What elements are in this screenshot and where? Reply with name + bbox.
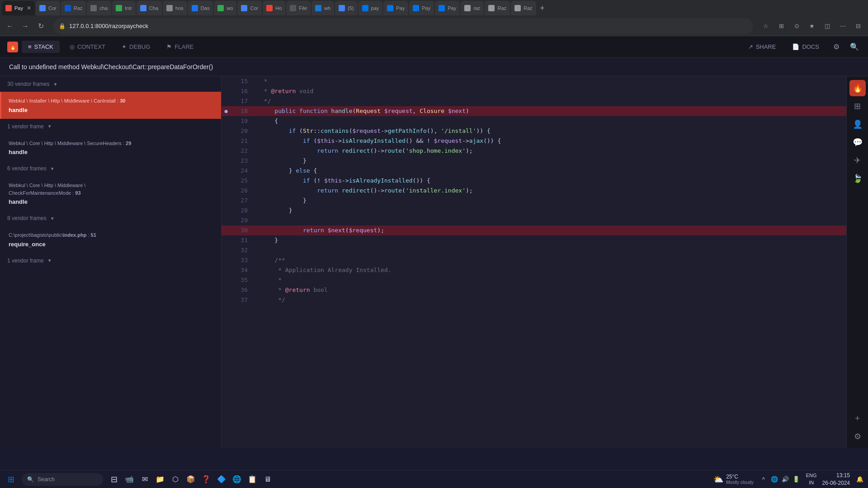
system-clock[interactable]: 13:15 26-06-2024 <box>822 472 850 487</box>
ignition-app: 🔥 ≡ STACK ◎ CONTEXT ✦ DEBUG ⚑ FLARE ↗ SH… <box>0 36 868 448</box>
taskbar-icon-4[interactable]: 📁 <box>153 472 167 487</box>
vendor-frames-3-label: 6 vendor frames <box>7 165 47 172</box>
taskbar-icon-8[interactable]: 🔷 <box>214 472 229 487</box>
taskbar-icon-9[interactable]: 🌐 <box>230 472 244 487</box>
taskbar-icon-10[interactable]: 📋 <box>245 472 259 487</box>
search-button[interactable]: 🔍 <box>848 41 861 53</box>
tab-4[interactable]: Intr <box>112 1 136 15</box>
tray-battery[interactable]: 🔋 <box>792 475 801 484</box>
error-message: Call to undefined method Webkul\Checkout… <box>9 63 213 70</box>
vendor-frames-group-4[interactable]: 8 vendor frames ▼ <box>0 211 221 226</box>
ignition-logo: 🔥 <box>7 42 18 52</box>
sidebar-settings-icon[interactable]: ⚙ <box>849 428 866 445</box>
tab-debug[interactable]: ✦ DEBUG <box>115 41 156 53</box>
taskbar-icon-1[interactable]: ⊟ <box>107 472 121 487</box>
taskbar-icon-6[interactable]: 📦 <box>184 472 198 487</box>
taskbar-icon-11[interactable]: 🖥 <box>260 472 275 487</box>
tab-2[interactable]: Raz <box>61 1 86 15</box>
tab-label: Cor <box>48 5 57 11</box>
vendor-frames-group-5[interactable]: 1 vendor frame ▼ <box>0 253 221 268</box>
sidebar-icon-3[interactable]: 👤 <box>849 116 866 132</box>
line-content-24: } else { <box>253 166 846 176</box>
sidebar-add-button[interactable]: + <box>849 410 866 427</box>
vendor-frames-group-3[interactable]: 6 vendor frames ▼ <box>0 161 221 176</box>
address-bar[interactable]: 🔒 127.0.0.1:8000/razorpaycheck <box>53 18 753 34</box>
index-frame[interactable]: C:\project\bagisto\public\index.php : 51… <box>0 226 221 253</box>
docs-button[interactable]: 📄 DOCS <box>787 41 825 53</box>
tab-label: wh <box>324 5 330 11</box>
sidebar-icon-1[interactable]: 🔥 <box>849 80 866 96</box>
code-line-30: 30 return $next($request); <box>222 225 846 235</box>
code-line-18: ● 18 public function handle(Request $req… <box>222 106 846 116</box>
vendor-frames-group-1[interactable]: 30 vendor frames ▼ <box>0 76 221 92</box>
tab-stack[interactable]: ≡ STACK <box>22 41 60 53</box>
tab-13[interactable]: (5) <box>335 1 357 15</box>
bookmark-icon[interactable]: ☆ <box>760 20 772 33</box>
tab-15[interactable]: Pay <box>383 1 408 15</box>
refresh-button[interactable]: ↻ <box>34 20 47 33</box>
taskbar-search[interactable]: 🔍 Search <box>22 473 103 486</box>
tab-1[interactable]: Cor <box>36 1 60 15</box>
new-tab-button[interactable]: + <box>537 3 548 14</box>
clock-time: 13:15 <box>822 472 850 479</box>
lock-icon: 🔒 <box>59 23 66 29</box>
maintenance-frame[interactable]: Webkul \ Core \ Http \ Middleware \Check… <box>0 176 221 211</box>
back-button[interactable]: ← <box>4 20 16 33</box>
collections-icon[interactable]: ◫ <box>821 20 834 33</box>
tray-volume[interactable]: 🔊 <box>781 475 790 484</box>
tray-chevron[interactable]: ^ <box>759 475 768 484</box>
taskbar-icon-2[interactable]: 📹 <box>122 472 137 487</box>
taskbar-icon-3[interactable]: ✉ <box>137 472 152 487</box>
tab-9[interactable]: Cor <box>237 1 262 15</box>
notification-icon[interactable]: 🔔 <box>855 475 864 484</box>
tab-12[interactable]: wh <box>311 1 334 15</box>
chevron-down-icon: ▼ <box>53 82 57 87</box>
tab-3[interactable]: cha <box>87 1 111 15</box>
tab-20[interactable]: Raz <box>511 1 536 15</box>
tab-7[interactable]: Das <box>188 1 213 15</box>
line-number-19: 19 <box>231 116 253 126</box>
tab-19[interactable]: Raz <box>485 1 510 15</box>
tab-16[interactable]: Pay <box>409 1 434 15</box>
tab-6[interactable]: hos <box>163 1 187 15</box>
share-button[interactable]: ↗ SHARE <box>743 41 782 53</box>
tab-5[interactable]: Cha <box>137 1 162 15</box>
tab-8[interactable]: wo <box>214 1 236 15</box>
active-tab[interactable]: Pay ✕ <box>2 1 35 15</box>
taskbar-icon-7[interactable]: ❓ <box>199 472 213 487</box>
tab-context[interactable]: ◎ CONTEXT <box>63 41 112 53</box>
temperature: 25°C <box>726 474 754 480</box>
tab-flare[interactable]: ⚑ FLARE <box>160 41 200 53</box>
sidebar-icon-6[interactable]: 🍃 <box>849 170 866 187</box>
code-line-25: 25 if (! $this->isAlreadyInstalled()) { <box>222 176 846 186</box>
url-display[interactable]: 127.0.0.1:8000/razorpaycheck <box>69 23 148 29</box>
language-indicator[interactable]: ENG IN <box>806 472 817 486</box>
more-icon[interactable]: ⋯ <box>836 20 849 33</box>
taskbar-icon-5[interactable]: ⬡ <box>168 472 183 487</box>
tab-18[interactable]: raz <box>461 1 484 15</box>
sidebar-toggle[interactable]: ⊟ <box>852 20 864 33</box>
tab-label: Das <box>201 5 210 11</box>
favorites-icon[interactable]: ★ <box>806 20 818 33</box>
tab-11[interactable]: File <box>286 1 311 15</box>
sidebar-icon-2[interactable]: ⊞ <box>849 98 866 114</box>
profile-icon[interactable]: ⊙ <box>790 20 803 33</box>
settings-button[interactable]: ⚙ <box>830 41 843 53</box>
frame-method-2: handle <box>9 149 214 155</box>
tray-network[interactable]: 🌐 <box>770 475 779 484</box>
tab-10[interactable]: Ho <box>263 1 285 15</box>
sidebar-icon-4[interactable]: 💬 <box>849 134 866 150</box>
extension-icon[interactable]: ⊞ <box>775 20 788 33</box>
active-frame[interactable]: Webkul \ Installer \ Http \ Middleware \… <box>0 92 221 119</box>
secure-headers-frame[interactable]: Webkul \ Core \ Http \ Middleware \ Secu… <box>0 134 221 161</box>
vendor-frames-4-label: 8 vendor frames <box>7 215 47 221</box>
vendor-frames-group-2[interactable]: 1 vendor frame ▼ <box>0 119 221 134</box>
tab-14[interactable]: pay <box>359 1 383 15</box>
forward-button[interactable]: → <box>19 20 32 33</box>
windows-start-button[interactable]: ⊞ <box>4 472 18 487</box>
code-line-37: 37 */ <box>222 295 846 305</box>
tab-17[interactable]: Pay <box>435 1 460 15</box>
taskbar-search-placeholder: Search <box>38 476 55 483</box>
sidebar-icon-5[interactable]: ✈ <box>849 152 866 169</box>
tab-close-button[interactable]: ✕ <box>27 5 31 11</box>
